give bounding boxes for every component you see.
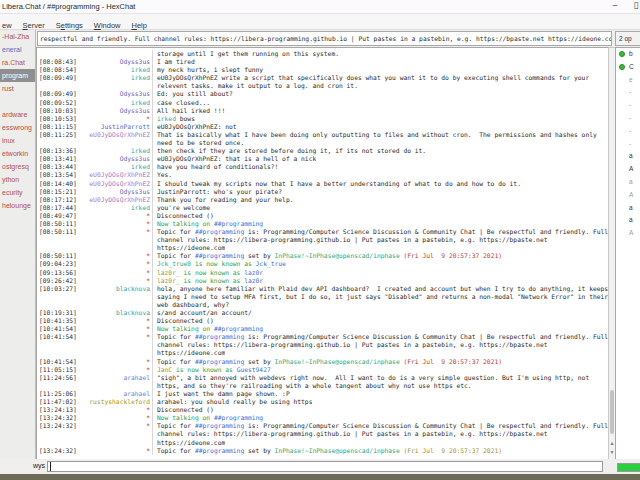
chat-message-segment: eU0JyDOsQrXhPnEZ: that is a hell of a ni…: [157, 155, 316, 162]
sidebar-item-ardware[interactable]: ardware: [0, 108, 35, 121]
chat-message-segment: ##programming: [195, 333, 244, 340]
chat-message-segment: hola, anyone here familiar with Plaid de…: [157, 285, 608, 292]
chat-timestamp: [37, 293, 79, 301]
user-list-item[interactable]: a: [616, 150, 640, 163]
user-list-item[interactable]: A: [616, 227, 640, 240]
sidebar-item-helounge[interactable]: helounge: [0, 199, 35, 212]
message-input[interactable]: [47, 461, 603, 472]
chat-nick: [79, 236, 153, 244]
chat-message-segment: InPhase!~InPhase@openscad/inphase: [275, 252, 400, 259]
chat-message: Yes.: [153, 171, 172, 179]
chat-message: https://ideone.com: [153, 244, 225, 252]
chat-timestamp: [37, 244, 79, 252]
chat-message-segment: Now talking on: [157, 414, 214, 421]
menu-label-part: ttings: [65, 21, 83, 30]
user-nick: A: [629, 227, 633, 240]
chat-message-segment: relevent tasks. make it output to a log.…: [157, 82, 358, 89]
chat-message-segment: ##programming: [195, 422, 244, 429]
scrollbar-thumb[interactable]: [610, 390, 614, 434]
user-nick: -: [629, 112, 631, 125]
chat-nick: Odyss3us: [79, 90, 153, 98]
sidebar-item-eneral[interactable]: eneral: [0, 43, 35, 56]
chat-message-segment: Disconnected (): [157, 212, 214, 219]
chat-message-segment: Jck_true: [256, 260, 286, 267]
chat-message-segment: https://ideone.com: [157, 349, 225, 356]
user-list-item[interactable]: A: [616, 163, 640, 176]
chat-nick: *: [79, 333, 153, 341]
op-status-icon: [619, 64, 625, 70]
sidebar-item-ostgresq[interactable]: ostgresq: [0, 160, 35, 173]
user-nick: -: [629, 138, 631, 151]
own-nick-label[interactable]: wys: [33, 462, 45, 469]
user-list-item[interactable]: -: [616, 99, 640, 112]
sidebar-item-inux[interactable]: inux: [0, 134, 35, 147]
window-button-partial-icon[interactable]: ▯: [632, 0, 640, 13]
chat-timestamp: [13:24:32]: [37, 414, 79, 422]
chat-line: channel rules: https://libera-programmin…: [37, 430, 608, 438]
chat-nick: *: [79, 317, 153, 325]
chat-message-segment: eU0JyDOsQrXhPnEZ write a script that spe…: [157, 74, 589, 81]
user-list-item[interactable]: A: [616, 189, 640, 202]
user-list-item[interactable]: b: [616, 48, 640, 61]
chat-timestamp: [37, 50, 79, 58]
chat-nick: *: [79, 325, 153, 333]
sidebar-item--Hal-Zha[interactable]: -Hal-Zha: [0, 30, 35, 43]
user-list-item[interactable]: a: [616, 176, 640, 189]
chat-message-segment: ##programming: [195, 228, 244, 235]
chat-line: [08:08:43]Odyss3usI am tired: [37, 58, 608, 66]
chat-line: [11:47:02]rustyshacklefordarahael: you s…: [37, 398, 608, 406]
user-list-item[interactable]: -: [616, 138, 640, 151]
chat-nick: *: [79, 260, 153, 268]
sidebar-item-esswrong[interactable]: esswrong: [0, 121, 35, 134]
user-list-item[interactable]: -: [616, 125, 640, 138]
user-list[interactable]: bCe-----aAaAaaA: [615, 47, 640, 461]
chat-line: [13:24:13]*Disconnected (): [37, 406, 608, 414]
chat-message-segment: set by: [244, 358, 274, 365]
chat-message-segment: Ed: you still about?: [157, 90, 233, 97]
chat-message: https, and so they're railroading with a…: [153, 382, 472, 390]
chat-line: [08:17:12]eU0JyDOsQrXhPnEZThank you for …: [37, 196, 608, 204]
title-bar[interactable]: Libera.Chat / ##programming - HexChat – …: [0, 0, 640, 14]
chat-line: [10:19:31]blacknovas/and account/an acco…: [37, 309, 608, 317]
chat-message-segment: Disconnected (): [157, 406, 214, 413]
user-list-item[interactable]: e: [616, 74, 640, 87]
user-list-item[interactable]: -: [616, 86, 640, 99]
userlist-header: 2 op: [615, 31, 640, 46]
user-nick: -: [629, 99, 631, 112]
chat-message: Disconnected (): [153, 212, 214, 220]
chat-line: [08:09:52]irkedcase closed...: [37, 99, 608, 107]
chat-line: saying I need to setup MFA first, but I …: [37, 293, 608, 301]
sidebar-item-blank[interactable]: [0, 95, 35, 108]
minimize-button[interactable]: –: [604, 0, 626, 13]
sidebar-item-ython[interactable]: ython: [0, 173, 35, 186]
chat-nick: Odyss3us: [79, 155, 153, 163]
user-list-item[interactable]: a: [616, 202, 640, 215]
sidebar-item-etworkin[interactable]: etworkin: [0, 147, 35, 160]
chat-line: [10:03:27]blacknovahola, anyone here fam…: [37, 285, 608, 293]
chat-timestamp: [11:24:56]: [37, 374, 79, 382]
chat-timestamp: [10:41:54]: [37, 333, 79, 341]
chat-message-segment: Now talking on: [157, 220, 214, 227]
sidebar-item-ecurity[interactable]: ecurity: [0, 186, 35, 199]
chat-message-area[interactable]: storage until I get them running on this…: [36, 47, 609, 461]
user-list-item[interactable]: a: [616, 214, 640, 227]
chat-line: [13:24:32]*Now talking on ##programming: [37, 414, 608, 422]
chat-message-segment: Topic for: [157, 447, 195, 454]
chat-message-segment: arahael: you should really be using http…: [157, 398, 312, 405]
chat-line: [08:13:36]irkedthen check if they are st…: [37, 147, 608, 155]
topic-input[interactable]: respectful and friendly. Full channel ru…: [37, 31, 612, 46]
chat-timestamp: [10:19:31]: [37, 309, 79, 317]
user-list-item[interactable]: C: [616, 61, 640, 74]
sidebar-item-program[interactable]: program: [0, 69, 35, 82]
chat-timestamp: [11:47:02]: [37, 398, 79, 406]
user-list-item[interactable]: -: [616, 112, 640, 125]
chat-timestamp: [08:13:44]: [37, 163, 79, 171]
chat-timestamp: [10:03:27]: [37, 285, 79, 293]
chat-message: Topic for ##programming is: Programming/…: [153, 333, 608, 341]
chat-message-segment: Thank you for reading and your help.: [157, 196, 293, 203]
sidebar-item-ra.Chat[interactable]: ra.Chat: [0, 56, 35, 69]
chat-message: JustinParrott: who's your pirate?: [153, 188, 282, 196]
sidebar-item-rust[interactable]: rust: [0, 82, 35, 95]
chat-message-segment: Topic for: [157, 252, 195, 259]
chat-line: [08:50:11]*Topic for ##programming set b…: [37, 252, 608, 260]
